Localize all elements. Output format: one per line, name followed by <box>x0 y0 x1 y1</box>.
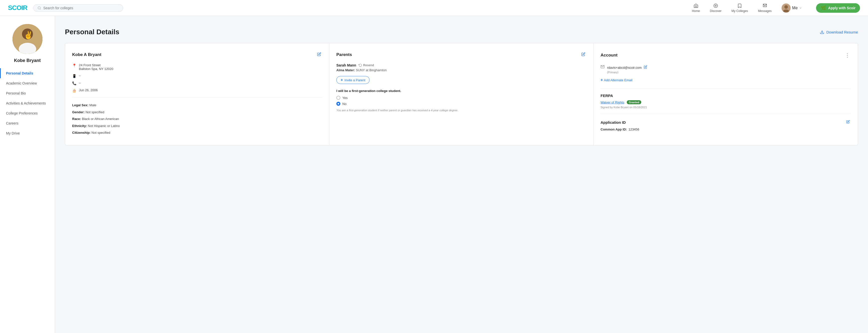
svg-point-0 <box>38 6 40 9</box>
address-line2: Ballston Spa, NY 12020 <box>79 67 113 71</box>
discover-icon <box>713 3 718 8</box>
sidebar-nav: Personal Details Academic Overview Perso… <box>0 68 55 138</box>
gender-row: Gender: Not specified <box>72 110 322 115</box>
sidebar-item-academic-overview[interactable]: Academic Overview <box>0 78 55 88</box>
account-more-button[interactable]: ⋮ <box>844 51 851 59</box>
no-label: No <box>342 102 347 106</box>
nav-item-discover[interactable]: Discover <box>710 3 722 13</box>
apply-btn-label: Apply with Scoir <box>828 6 856 10</box>
resend-link[interactable]: Resend <box>359 63 374 67</box>
ferpa-title: FERPA <box>600 93 851 98</box>
download-resume-button[interactable]: Download Resume <box>820 30 858 34</box>
edit-icon-appid <box>846 120 850 123</box>
yes-radio[interactable] <box>336 96 340 100</box>
parents-card: Parents Sarah Mann Resend Alma Mater: SU… <box>329 43 594 145</box>
birthday-icon: 🎂 <box>72 88 76 92</box>
waiver-link[interactable]: Waiver of Rights <box>600 101 624 104</box>
nav-label-mycolleges: My Colleges <box>732 9 748 13</box>
search-input[interactable] <box>43 6 119 10</box>
nav-label-home: Home <box>692 9 700 13</box>
nav: Home Discover My Colleges Messages Me <box>692 3 860 13</box>
add-alternate-email-link[interactable]: + Add Alternate Email <box>600 78 851 82</box>
mobile-value: – <box>79 74 81 78</box>
sidebar-item-personal-bio[interactable]: Personal Bio <box>0 88 55 98</box>
race-row: Race: Black or African American <box>72 116 322 121</box>
nav-user-label: Me <box>792 6 798 10</box>
common-app-value: 123456 <box>628 128 639 131</box>
sidebar-item-college-preferences[interactable]: College Preferences <box>0 108 55 118</box>
personal-name: Kobe A Bryant <box>72 52 101 57</box>
app-id-title: Application ID <box>600 119 851 126</box>
citizenship-label: Citizenship: <box>72 131 91 135</box>
address-row: 📍 24 Front Street Ballston Spa, NY 12020 <box>72 63 322 71</box>
citizenship-value: Not specified <box>91 131 110 135</box>
svg-point-2 <box>714 4 718 7</box>
edit-icon <box>317 52 321 56</box>
personal-edit-button[interactable] <box>316 51 322 58</box>
chevron-down-icon <box>799 6 802 9</box>
add-email-label: Add Alternate Email <box>604 78 632 82</box>
ethnicity-value: Not Hispanic or Latino <box>88 124 120 128</box>
sidebar-item-personal-details[interactable]: Personal Details <box>0 68 55 78</box>
account-title: Account <box>600 53 618 58</box>
alma-mater-row: Alma Mater: SUNY at Binghamton <box>336 68 586 72</box>
sidebar-item-activities[interactable]: Activities & Achievements <box>0 98 55 108</box>
legal-sex-value: Male <box>89 103 96 107</box>
app-id-title-text: Application ID <box>600 120 626 124</box>
parents-card-header: Parents <box>336 51 586 58</box>
no-radio-row[interactable]: No <box>336 102 586 106</box>
main-content: Personal Details Download Resume Kobe A … <box>55 16 868 333</box>
sidebar-item-careers[interactable]: Careers <box>0 118 55 128</box>
account-email-row: rdavis+abcd@scoir.com (Primary) <box>600 64 851 74</box>
nav-label-messages: Messages <box>758 9 772 13</box>
avatar-placeholder: ✌ <box>12 24 42 54</box>
parent-name-text: Sarah Mann <box>336 63 356 67</box>
logo[interactable]: SCOIR <box>8 4 27 12</box>
avatar <box>782 3 790 12</box>
dob-row: 🎂 Jun 26, 2006 <box>72 88 322 92</box>
gender-value: Not specified <box>85 110 104 114</box>
plus-icon: + <box>341 78 343 82</box>
app-id-edit-button[interactable] <box>845 119 851 126</box>
personal-info-card: Kobe A Bryant 📍 24 Front Street Ballston… <box>65 43 329 145</box>
edit-icon-email <box>644 65 647 69</box>
svg-line-1 <box>40 8 41 9</box>
nav-item-home[interactable]: Home <box>692 3 700 13</box>
resend-icon <box>359 63 362 67</box>
page-header: Personal Details Download Resume <box>65 28 858 36</box>
edit-icon-parents <box>581 52 585 56</box>
alma-mater-value: SUNY at Binghamton <box>356 68 386 72</box>
svg-point-5 <box>784 5 788 9</box>
legal-sex-label: Legal Sex: <box>72 103 88 107</box>
user-avatar: ✌ <box>12 24 42 54</box>
phone-row: 📞 – <box>72 81 322 85</box>
dob-value: Jun 26, 2006 <box>79 88 98 92</box>
invite-parent-button[interactable]: + Invite a Parent <box>336 76 370 84</box>
citizenship-row: Citizenship: Not specified <box>72 130 322 135</box>
nav-item-messages[interactable]: Messages <box>758 3 772 13</box>
email-edit-button[interactable] <box>643 64 648 71</box>
home-icon <box>693 3 699 8</box>
nav-label-discover: Discover <box>710 9 722 13</box>
download-icon <box>820 30 824 34</box>
race-label: Race: <box>72 117 81 121</box>
race-value: Black or African American <box>82 117 119 121</box>
sidebar-user-name: Kobe Bryant <box>11 58 43 63</box>
gender-label: Gender: <box>72 110 85 114</box>
leaf-icon: 🌿 <box>820 5 826 11</box>
yes-radio-row[interactable]: Yes <box>336 96 586 100</box>
sidebar-item-my-drive[interactable]: My Drive <box>0 128 55 138</box>
nav-item-mycolleges[interactable]: My Colleges <box>732 3 748 13</box>
parents-edit-button[interactable] <box>580 51 586 58</box>
apply-button[interactable]: 🌿 Apply with Scoir <box>816 3 860 13</box>
search-bar[interactable] <box>33 4 123 12</box>
legal-sex-row: Legal Sex: Male <box>72 103 322 108</box>
no-radio[interactable] <box>336 102 340 106</box>
ethnicity-label: Ethnicity: <box>72 124 87 128</box>
download-resume-label: Download Resume <box>826 30 858 34</box>
granted-badge: Granted <box>627 100 641 104</box>
search-icon <box>37 6 41 10</box>
svg-text:✌: ✌ <box>24 31 33 40</box>
location-icon: 📍 <box>72 63 76 67</box>
nav-user[interactable]: Me <box>782 3 802 12</box>
